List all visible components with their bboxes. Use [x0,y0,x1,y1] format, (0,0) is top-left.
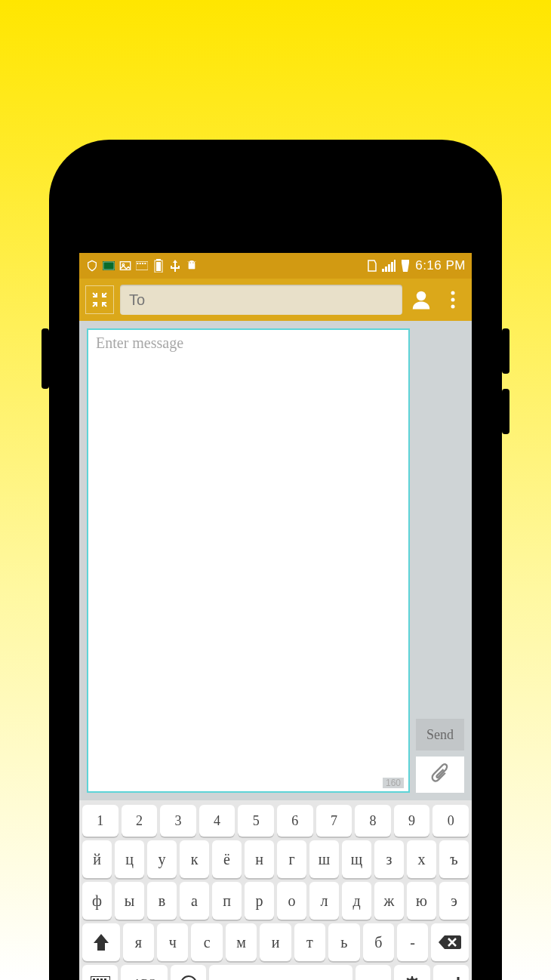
svg-point-13 [192,262,193,263]
keyboard-row-2: фывапролджюэ [82,882,469,920]
key-3[interactable]: 3 [160,805,196,837]
key-п[interactable]: п [212,882,242,920]
key-а[interactable]: а [180,882,209,920]
key-5[interactable]: 5 [238,805,274,837]
android-icon [185,259,199,273]
svg-rect-2 [120,262,130,270]
space-key[interactable] [209,965,352,980]
keyboard-row-numbers: 1234567890 [82,805,469,837]
key-ы[interactable]: ы [115,882,144,920]
app-badge-icon [399,259,412,273]
svg-point-21 [451,298,455,302]
key-м[interactable]: м [226,923,257,961]
key-ь[interactable]: ь [328,923,359,961]
key--[interactable]: - [397,923,428,961]
key-ч[interactable]: ч [157,923,188,961]
message-input[interactable]: Enter message 160 [87,328,410,793]
send-button[interactable]: Send [416,719,464,750]
keyboard-small-icon [135,259,149,273]
key-8[interactable]: 8 [355,805,391,837]
svg-rect-15 [385,267,387,272]
key-и[interactable]: и [260,923,291,961]
emoji-key[interactable] [171,965,206,980]
svg-rect-8 [144,263,146,264]
char-count: 160 [383,778,404,788]
backspace-key[interactable] [431,923,469,961]
phone-side-button [502,328,509,374]
key-2[interactable]: 2 [122,805,158,837]
key-7[interactable]: 7 [316,805,352,837]
key-1[interactable]: 1 [82,805,119,837]
keyboard-layout-key[interactable] [82,965,118,980]
compose-area: Enter message 160 Send [79,321,472,800]
key-6[interactable]: 6 [277,805,313,837]
key-н[interactable]: н [245,840,274,878]
image-icon [119,259,132,273]
svg-point-22 [451,305,455,309]
svg-rect-16 [388,264,390,272]
key-ю[interactable]: ю [407,882,436,920]
key-о[interactable]: о [277,882,306,920]
status-bar: 6:16 PM [79,253,472,279]
usb-icon [168,259,182,273]
key-й[interactable]: й [82,840,112,878]
abc-key[interactable]: ABC [121,965,168,980]
svg-rect-7 [142,263,143,264]
contact-icon[interactable] [408,287,434,313]
key-р[interactable]: р [245,882,274,920]
key-в[interactable]: в [147,882,177,920]
svg-rect-0 [103,261,115,270]
key-4[interactable]: 4 [199,805,235,837]
key-щ[interactable]: щ [342,840,371,878]
key-э[interactable]: э [439,882,469,920]
collapse-icon[interactable] [85,285,114,314]
key-л[interactable]: л [309,882,339,920]
key-б[interactable]: б [363,923,394,961]
phone-frame: 6:16 PM Enter message 160 Send [49,140,502,980]
key-9[interactable]: 9 [394,805,430,837]
settings-key[interactable] [394,965,429,980]
to-input[interactable] [120,285,402,315]
shift-key[interactable] [82,923,120,961]
svg-point-19 [417,291,426,301]
key-х[interactable]: х [407,840,436,878]
key-д[interactable]: д [342,882,371,920]
svg-rect-6 [140,263,141,264]
key-ф[interactable]: ф [82,882,112,920]
flag-icon [102,259,115,273]
svg-point-20 [451,291,455,295]
svg-rect-11 [156,262,161,271]
screen: 6:16 PM Enter message 160 Send [79,253,472,980]
key-ъ[interactable]: ъ [439,840,469,878]
key-ц[interactable]: ц [115,840,144,878]
keyboard: 1234567890 йцукёнгшщзхъ фывапролджюэ ячс… [79,800,472,980]
overflow-menu-icon[interactable] [440,287,466,313]
key-ё[interactable]: ё [212,840,242,878]
message-placeholder: Enter message [88,330,408,356]
keyboard-row-bottom: ABC . [82,965,469,980]
key-у[interactable]: у [147,840,177,878]
keyboard-row-3: ячсмитьб- [82,923,469,961]
key-с[interactable]: с [191,923,222,961]
key-з[interactable]: з [374,840,404,878]
shield-icon [85,259,99,273]
key-к[interactable]: к [180,840,209,878]
enter-key[interactable] [433,965,469,980]
signal-icon [382,259,396,273]
svg-point-12 [189,262,190,263]
svg-rect-17 [391,262,393,272]
sim-icon [365,259,379,273]
svg-rect-14 [382,269,384,272]
period-key[interactable]: . [356,965,391,980]
key-0[interactable]: 0 [432,805,469,837]
key-г[interactable]: г [277,840,306,878]
app-header [79,279,472,321]
key-я[interactable]: я [123,923,154,961]
attach-button[interactable] [416,757,464,793]
svg-point-31 [181,976,196,980]
key-т[interactable]: т [294,923,325,961]
status-time: 6:16 PM [415,258,466,273]
svg-rect-5 [137,263,138,264]
key-ж[interactable]: ж [374,882,404,920]
key-ш[interactable]: ш [309,840,339,878]
